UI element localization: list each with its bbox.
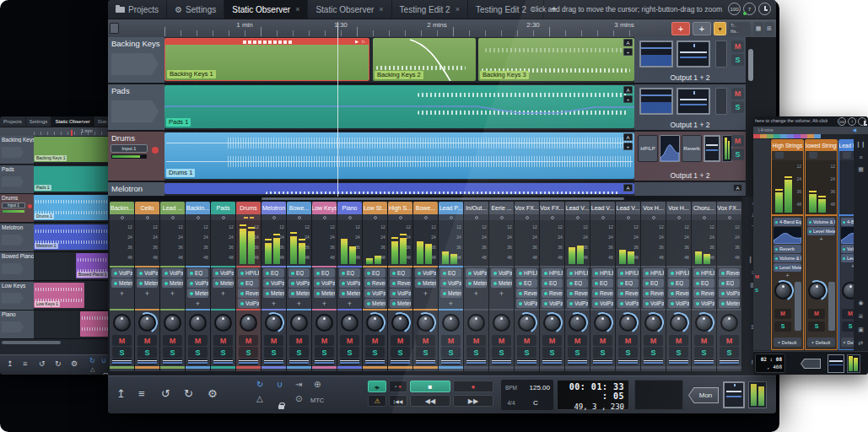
add-plugin-button[interactable]: + (213, 289, 234, 298)
mute-button[interactable]: M (720, 335, 739, 346)
plugin-hp-lp[interactable]: HP/LP (617, 268, 639, 278)
mute-button[interactable]: M (213, 335, 233, 346)
timeline-ruler[interactable]: 1 min (0, 127, 111, 136)
plugin-volpan[interactable]: VolPan (288, 278, 310, 288)
plugin-volpan[interactable]: VolPan (111, 268, 132, 278)
layout-view-button[interactable]: ⊞ (764, 22, 774, 35)
add-plugin-button[interactable]: + (187, 299, 208, 308)
track-collapse-arrow[interactable] (2, 321, 24, 332)
mute-button[interactable]: M (466, 335, 486, 346)
plugin-reverb[interactable]: Reverb (364, 278, 385, 288)
mtc-label[interactable]: MTC (310, 397, 324, 404)
solo-button[interactable]: S (188, 347, 208, 358)
plugin-volpan[interactable]: VolPan (390, 289, 411, 298)
input-device-box[interactable]: Input 1 (2, 202, 25, 208)
plugin-volpan[interactable]: VolPan (339, 278, 360, 288)
volume-fader[interactable] (568, 359, 587, 365)
volume-fader[interactable] (441, 359, 461, 365)
fader-widget[interactable] (704, 135, 720, 162)
plugin-meter[interactable]: Meter (719, 299, 740, 308)
plugin-meter[interactable]: Meter (314, 289, 335, 298)
plugin-meter[interactable]: Meter (466, 278, 487, 288)
automation-mode-dot[interactable] (717, 214, 741, 220)
pan-knob[interactable] (619, 314, 637, 332)
monitor-button[interactable]: Mon (688, 387, 719, 403)
plugin-reverb[interactable]: Reverb (390, 278, 411, 288)
pan-knob[interactable] (138, 314, 156, 332)
pan-widget[interactable] (715, 88, 727, 115)
tab-close-icon[interactable]: × (379, 5, 383, 14)
automation-mode-dot[interactable] (337, 214, 362, 220)
mixer-strip-20[interactable]: Lead V...12243648HP/LPEQReverbVolPanMS (590, 202, 616, 371)
solo-button[interactable]: S (644, 347, 663, 358)
add-plugin-button[interactable]: + (162, 289, 183, 298)
eq-curve-display[interactable] (774, 227, 801, 244)
pan-knob[interactable] (720, 314, 738, 332)
volume-fader[interactable] (416, 359, 435, 365)
automation-mode-dot[interactable] (666, 214, 691, 220)
add-plugin-button[interactable]: + (339, 299, 360, 308)
track-lane[interactable] (34, 310, 111, 339)
track-collapse-arrow[interactable] (2, 147, 24, 158)
mute-button[interactable]: M (694, 335, 714, 346)
solo-button[interactable]: S (755, 288, 758, 293)
pan-knob[interactable] (265, 314, 283, 332)
mute-button[interactable]: M (112, 335, 132, 346)
mixer-strip-8[interactable]: Bowe...12243648EQVolPanMeter+MS (287, 202, 312, 371)
plugin-reverb[interactable]: Reverb (719, 268, 740, 278)
mute-button[interactable]: M (755, 274, 759, 279)
mixer-strip-high-strings[interactable]: High Strings122436484-Band EqualiserReve… (771, 139, 804, 350)
track-lane[interactable]: Melotron 1 (34, 224, 111, 252)
pan-knob[interactable] (467, 314, 485, 332)
plugin-eq[interactable]: EQ (617, 278, 639, 288)
warning-button[interactable]: ⚠ (368, 395, 386, 407)
undo-icon[interactable]: ↺ (161, 387, 170, 400)
volume-fader[interactable] (644, 359, 663, 365)
circle-icon[interactable]: ◉ (854, 300, 868, 306)
timeline-options-button[interactable] (110, 23, 119, 34)
volume-fader[interactable] (720, 359, 739, 365)
mixer-strip-2[interactable]: Cello12243648VolPanMeter+MS (135, 202, 160, 371)
horizontal-scrollbar[interactable] (2, 341, 61, 344)
tab-static-observer[interactable]: Static Observer× (224, 0, 308, 19)
fader-widget[interactable] (677, 88, 710, 115)
mixer-hscroll-thumb[interactable] (261, 197, 624, 200)
mixer-strip-22[interactable]: Vox H...12243648HP/LPEQReverbVolPanMS (641, 202, 666, 371)
plugin-volpan[interactable]: VolPan (643, 299, 664, 308)
mixer-strip-13[interactable]: Bowe...12243648VolPanMeter+MS (413, 202, 439, 371)
plugin-volpan[interactable]: VolPan (542, 299, 563, 308)
solo-button[interactable]: S (517, 347, 536, 358)
plugin-reverb[interactable]: Reverb (643, 289, 664, 298)
track-header-backing-keys[interactable]: Backing Keys (0, 136, 34, 165)
pan-knob[interactable] (240, 314, 257, 332)
automation-mode-dot[interactable] (236, 214, 261, 220)
cursor-tool-button[interactable]: ▾ (714, 22, 726, 35)
mute-button[interactable]: M (188, 335, 208, 346)
plugin-meter[interactable]: Meter (339, 289, 360, 298)
tools-icon[interactable]: ⚙ (71, 359, 78, 368)
plugin-hp-lp[interactable]: HP/LP (238, 268, 259, 278)
clip-unnamed[interactable] (80, 311, 111, 337)
mixer-strip-21[interactable]: Lead V...12243648HP/LPEQReverbVolPanMS (616, 202, 641, 371)
mute-button[interactable]: M (492, 335, 511, 346)
mixer-strip-1[interactable]: Backin...12243648VolPanMeter+MS (110, 202, 135, 371)
plugin-volpan[interactable]: VolPan (263, 278, 284, 288)
time-signature[interactable]: 4/4 (501, 400, 521, 406)
metronome-icon[interactable]: △ (90, 366, 94, 373)
automation-notch[interactable] (843, 152, 851, 159)
add-plugin-button[interactable]: + (440, 299, 461, 308)
track-collapse-arrow[interactable] (2, 235, 24, 246)
plugin-eq[interactable]: EQ (567, 278, 588, 288)
solo-button[interactable]: S (731, 54, 744, 66)
plugin-eq[interactable]: EQ (693, 278, 714, 288)
volume-fader[interactable] (213, 359, 233, 365)
redo-icon[interactable]: ↻ (55, 359, 62, 368)
pan-knob[interactable] (518, 314, 536, 332)
volume-fader[interactable] (365, 359, 385, 365)
lock-icon[interactable] (102, 368, 108, 375)
clip-tool-fill-icon[interactable] (258, 40, 261, 44)
plugin-volpan[interactable]: VolPan (440, 278, 461, 288)
plugin-hp-lp[interactable]: HP/LP (592, 268, 613, 278)
clip-backing-keys-1[interactable]: ▶▷Backing Keys 1 (164, 38, 369, 81)
solo-button[interactable]: S (112, 347, 132, 358)
